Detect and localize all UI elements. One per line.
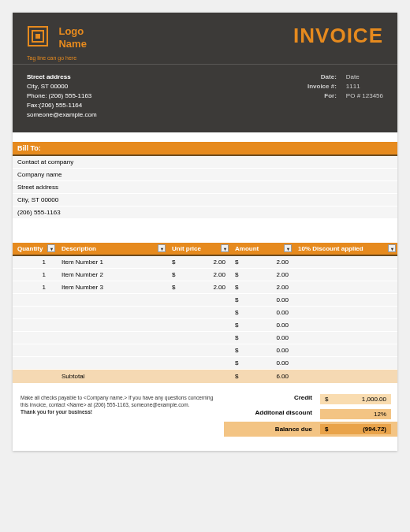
logo-name: Logo Name xyxy=(58,25,86,50)
header-top: Logo Name Tag line can go here INVOICE xyxy=(13,13,397,64)
totals-block: Credit 1,000.00 Additonal discount 12% B… xyxy=(224,392,397,437)
subtotal-row: Subtotal 6.00 xyxy=(13,370,397,384)
dropdown-icon[interactable]: ▾ xyxy=(284,244,292,252)
dropdown-icon[interactable]: ▾ xyxy=(47,244,55,252)
table-row: 0.00 xyxy=(13,319,397,332)
table-row: 0.00 xyxy=(13,344,397,357)
billto-header: Bill To: xyxy=(13,142,397,156)
invoice-page: Logo Name Tag line can go here INVOICE S… xyxy=(13,13,397,451)
invoice-meta: Date: Invoice #: For: Date 1111 PO # 123… xyxy=(308,73,383,120)
items-table: Quantity▾ Description▾ Unit price▾ Amoun… xyxy=(13,243,397,384)
table-row: 1Item Number 12.002.00 xyxy=(13,255,397,269)
billto-block: Contact at company Company name Street a… xyxy=(13,156,397,219)
col-quantity[interactable]: Quantity▾ xyxy=(13,243,57,255)
dropdown-icon[interactable]: ▾ xyxy=(388,244,396,252)
balance-row: Balance due (994.72) xyxy=(224,422,397,437)
table-row: 0.00 xyxy=(13,294,397,307)
totals-section: Make all checks payable to <Company name… xyxy=(13,384,397,451)
sender-address: Street address City, ST 00000 Phone: (20… xyxy=(27,73,97,120)
col-unit-price[interactable]: Unit price▾ xyxy=(167,243,230,255)
table-row: 1Item Number 22.002.00 xyxy=(13,269,397,281)
header-meta: Street address City, ST 00000 Phone: (20… xyxy=(13,64,397,132)
table-row: 0.00 xyxy=(13,332,397,344)
discount-row: Additonal discount 12% xyxy=(224,407,397,422)
col-description[interactable]: Description▾ xyxy=(57,243,167,255)
billto-row: Company name xyxy=(13,169,397,181)
table-row: 0.00 xyxy=(13,307,397,319)
credit-row: Credit 1,000.00 xyxy=(224,392,397,407)
svg-rect-2 xyxy=(35,34,40,39)
dropdown-icon[interactable]: ▾ xyxy=(158,244,166,252)
table-row: 1Item Number 32.002.00 xyxy=(13,281,397,294)
billto-row: Street address xyxy=(13,181,397,194)
invoice-title: INVOICE xyxy=(293,24,383,48)
logo-icon xyxy=(27,25,49,50)
col-discount[interactable]: 10% Discount applied▾ xyxy=(293,243,397,255)
billto-row: Contact at company xyxy=(13,156,397,169)
tagline: Tag line can go here xyxy=(27,55,383,61)
billto-row: (206) 555-1163 xyxy=(13,206,397,219)
billto-row: City, ST 00000 xyxy=(13,194,397,206)
col-amount[interactable]: Amount▾ xyxy=(230,243,293,255)
payment-notes: Make all checks payable to <Company name… xyxy=(13,392,224,437)
table-row: 0.00 xyxy=(13,357,397,370)
dropdown-icon[interactable]: ▾ xyxy=(221,244,229,252)
